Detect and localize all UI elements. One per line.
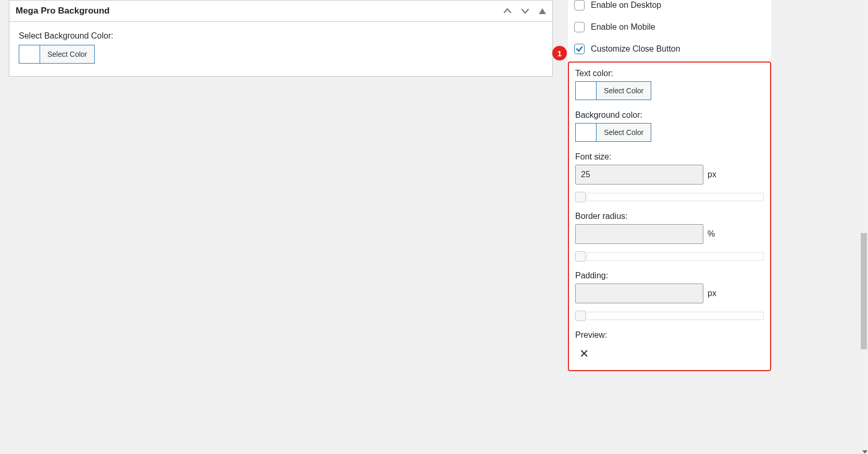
scrollbar-thumb[interactable]: [861, 233, 867, 349]
close-button-config: Text color: Select Color Background colo…: [568, 62, 771, 371]
close-icon: ✕: [579, 347, 764, 361]
slider-handle-icon[interactable]: [575, 311, 586, 321]
panel-body: Select Background Color: Select Color: [9, 22, 552, 76]
padding-unit: px: [708, 289, 716, 298]
text-color-label: Text color:: [575, 69, 764, 78]
enable-desktop-checkbox[interactable]: [574, 0, 585, 10]
slider-handle-icon[interactable]: [575, 251, 586, 262]
bg-color-config-label: Background color:: [575, 111, 764, 120]
slider-track[interactable]: [587, 193, 764, 201]
padding-field: Padding: px: [575, 271, 764, 321]
slider-track[interactable]: [587, 312, 764, 320]
panel-title: Mega Pro Background: [16, 6, 109, 16]
bg-color-field: Background color: Select Color: [575, 111, 764, 143]
customize-close-row: Customize Close Button: [568, 44, 771, 58]
border-radius-label: Border radius:: [575, 212, 764, 221]
customize-close-checkbox[interactable]: [574, 44, 585, 54]
padding-label: Padding:: [575, 271, 764, 280]
padding-slider[interactable]: [575, 311, 764, 321]
padding-input-row: px: [575, 284, 764, 303]
text-color-field: Text color: Select Color: [575, 69, 764, 101]
bg-color-label: Select Background Color:: [19, 31, 543, 41]
text-color-swatch: [576, 82, 597, 100]
slider-track[interactable]: [587, 252, 764, 261]
panel-controls: [503, 7, 546, 15]
scrollbar-down-icon[interactable]: [862, 450, 867, 453]
slider-handle-icon[interactable]: [575, 192, 586, 202]
padding-input[interactable]: [575, 284, 703, 303]
font-size-unit: px: [708, 170, 716, 179]
font-size-input[interactable]: [575, 165, 703, 185]
preview-label: Preview:: [575, 330, 764, 340]
font-size-label: Font size:: [575, 152, 764, 162]
enable-mobile-label: Enable on Mobile: [591, 22, 655, 32]
bg-color-swatch: [576, 124, 597, 141]
annotation-badge: 1: [552, 46, 567, 60]
panel-header: Mega Pro Background: [9, 1, 552, 22]
border-radius-input[interactable]: [575, 224, 703, 244]
move-down-icon[interactable]: [521, 7, 529, 15]
select-color-button[interactable]: Select Color: [19, 45, 95, 64]
font-size-slider[interactable]: [575, 192, 764, 202]
preview-field: Preview: ✕: [575, 330, 764, 361]
text-color-select-label: Select Color: [597, 82, 651, 100]
collapse-icon[interactable]: [539, 8, 546, 14]
font-size-input-row: px: [575, 165, 764, 185]
enable-mobile-row: Enable on Mobile: [568, 22, 771, 44]
enable-mobile-checkbox[interactable]: [574, 22, 585, 32]
sidebar-panel: 1 Enable on Desktop Enable on Mobile Cus…: [568, 0, 771, 371]
color-swatch: [19, 45, 40, 63]
border-radius-unit: %: [708, 229, 715, 239]
select-color-label: Select Color: [40, 45, 94, 63]
move-up-icon[interactable]: [503, 7, 512, 15]
vertical-scrollbar[interactable]: [860, 0, 868, 454]
enable-desktop-label: Enable on Desktop: [591, 1, 661, 10]
font-size-field: Font size: px: [575, 152, 764, 202]
mega-pro-background-panel: Mega Pro Background Select Background Co…: [9, 0, 553, 77]
bg-color-select-label: Select Color: [597, 124, 651, 141]
border-radius-input-row: %: [575, 224, 764, 244]
bg-color-button[interactable]: Select Color: [575, 123, 651, 142]
border-radius-slider[interactable]: [575, 251, 764, 262]
enable-desktop-row: Enable on Desktop: [568, 0, 771, 22]
text-color-button[interactable]: Select Color: [575, 81, 651, 100]
border-radius-field: Border radius: %: [575, 212, 764, 262]
customize-close-label: Customize Close Button: [591, 44, 680, 54]
